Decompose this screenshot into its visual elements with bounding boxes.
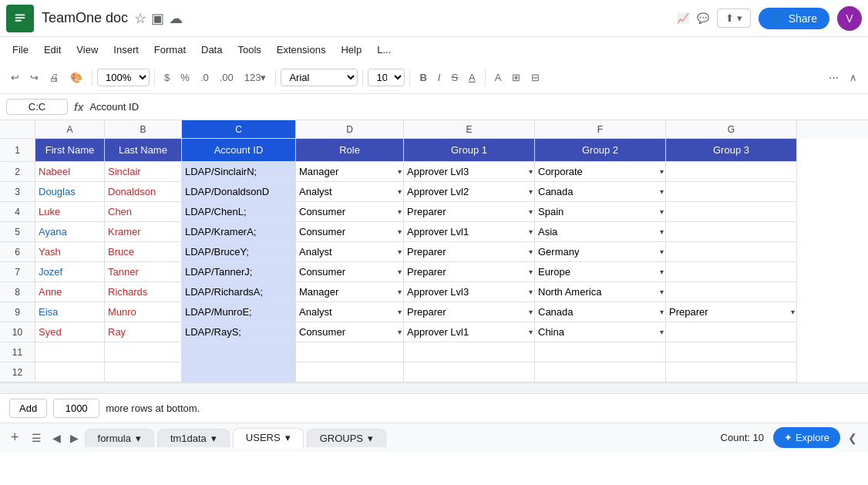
cell-role[interactable]: [296, 342, 404, 362]
cell-lastname[interactable]: Sinclair: [105, 162, 182, 182]
cell-group3[interactable]: [666, 202, 797, 222]
col-header-g[interactable]: G: [666, 120, 797, 139]
cell-group3[interactable]: [666, 322, 797, 342]
decimal-inc-button[interactable]: .00: [215, 69, 238, 86]
bold-button[interactable]: B: [415, 69, 431, 86]
percent-button[interactable]: %: [176, 69, 194, 86]
row-number[interactable]: 4: [0, 202, 35, 222]
cell-group1[interactable]: Preparer▾: [404, 302, 535, 322]
cell-role[interactable]: Manager▾: [296, 162, 404, 182]
cell-reference-input[interactable]: [6, 99, 68, 115]
header-group1[interactable]: Group 1: [404, 139, 535, 162]
cell-group1[interactable]: [404, 362, 535, 382]
cell-group2[interactable]: Spain▾: [535, 202, 666, 222]
cell-accountid[interactable]: LDAP/BruceY;: [182, 242, 296, 262]
col-header-f[interactable]: F: [535, 120, 666, 139]
fill-color-button[interactable]: A: [490, 69, 506, 86]
cell-firstname[interactable]: Luke: [35, 202, 105, 222]
cell-group2[interactable]: Asia▾: [535, 222, 666, 242]
cell-group1[interactable]: Approver Lvl3▾: [404, 162, 535, 182]
star-icon[interactable]: ☆: [134, 10, 146, 27]
decimal-dec-button[interactable]: .0: [196, 69, 214, 86]
cell-lastname[interactable]: Munro: [105, 302, 182, 322]
horizontal-scrollbar[interactable]: [0, 382, 868, 393]
sheet-list-button[interactable]: ☰: [27, 430, 46, 446]
cell-firstname[interactable]: Douglas: [35, 182, 105, 202]
row-number[interactable]: 12: [0, 362, 35, 382]
share-button[interactable]: 👤 Share: [759, 8, 829, 29]
cell-group1[interactable]: Approver Lvl1▾: [404, 222, 535, 242]
cell-accountid[interactable]: LDAP/TannerJ;: [182, 262, 296, 282]
cell-group3[interactable]: [666, 282, 797, 302]
cell-group2[interactable]: [535, 362, 666, 382]
menu-edit[interactable]: Edit: [38, 41, 67, 59]
menu-view[interactable]: View: [70, 41, 104, 59]
cell-accountid[interactable]: LDAP/RichardsA;: [182, 282, 296, 302]
cell-firstname[interactable]: Eisa: [35, 302, 105, 322]
borders-button[interactable]: ⊞: [507, 69, 525, 86]
col-header-a[interactable]: A: [35, 120, 105, 139]
cell-group3[interactable]: Preparer▾: [666, 302, 797, 322]
cell-group3[interactable]: [666, 162, 797, 182]
row-number[interactable]: 9: [0, 302, 35, 322]
tab-groups-arrow[interactable]: ▾: [368, 433, 373, 444]
cell-role[interactable]: Consumer▾: [296, 222, 404, 242]
cell-accountid[interactable]: LDAP/ChenL;: [182, 202, 296, 222]
cell-group2[interactable]: Corporate▾: [535, 162, 666, 182]
cell-role[interactable]: Analyst▾: [296, 182, 404, 202]
tab-tm1data-arrow[interactable]: ▾: [211, 433, 217, 444]
undo-button[interactable]: ↩: [6, 69, 24, 86]
cell-group2[interactable]: Canada▾: [535, 182, 666, 202]
menu-format[interactable]: Format: [148, 41, 192, 59]
col-header-c[interactable]: C: [182, 120, 296, 139]
tab-right-arrow[interactable]: ▶: [67, 430, 82, 446]
header-group2[interactable]: Group 2: [535, 139, 666, 162]
cell-role[interactable]: Manager▾: [296, 282, 404, 302]
cell-firstname[interactable]: Ayana: [35, 222, 105, 242]
cell-firstname[interactable]: Jozef: [35, 262, 105, 282]
italic-button[interactable]: I: [433, 69, 446, 86]
row-number[interactable]: 1: [0, 139, 35, 162]
menu-insert[interactable]: Insert: [107, 41, 145, 59]
explore-button[interactable]: ✦ Explore: [773, 427, 840, 448]
cell-group2[interactable]: Germany▾: [535, 242, 666, 262]
cell-lastname[interactable]: Ray: [105, 322, 182, 342]
cell-group2[interactable]: [535, 342, 666, 362]
tab-groups[interactable]: GROUPS ▾: [307, 429, 386, 447]
cell-lastname[interactable]: [105, 342, 182, 362]
menu-file[interactable]: File: [6, 41, 35, 59]
header-firstname[interactable]: First Name: [35, 139, 105, 162]
row-number[interactable]: 3: [0, 182, 35, 202]
cell-group3[interactable]: [666, 262, 797, 282]
collapse-panel-button[interactable]: ❮: [843, 430, 862, 446]
cell-group1[interactable]: Approver Lvl1▾: [404, 322, 535, 342]
cell-group3[interactable]: [666, 242, 797, 262]
cell-group3[interactable]: [666, 362, 797, 382]
header-lastname[interactable]: Last Name: [105, 139, 182, 162]
header-group3[interactable]: Group 3: [666, 139, 797, 162]
user-avatar[interactable]: V: [837, 6, 862, 31]
chart-icon[interactable]: 📈: [677, 12, 689, 24]
cell-lastname[interactable]: [105, 362, 182, 382]
header-accountid[interactable]: Account ID: [182, 139, 296, 162]
cell-role[interactable]: Analyst▾: [296, 302, 404, 322]
cell-group2[interactable]: North America▾: [535, 282, 666, 302]
cell-group2[interactable]: Europe▾: [535, 262, 666, 282]
more-button[interactable]: ⋯: [824, 69, 843, 86]
font-size-select[interactable]: 10: [368, 69, 405, 86]
row-number[interactable]: 5: [0, 222, 35, 242]
tab-left-arrow[interactable]: ◀: [49, 430, 64, 446]
cell-role[interactable]: Consumer▾: [296, 322, 404, 342]
cell-firstname[interactable]: Anne: [35, 282, 105, 302]
cell-group1[interactable]: Preparer▾: [404, 262, 535, 282]
print-button[interactable]: 🖨: [45, 69, 64, 86]
cell-firstname[interactable]: Syed: [35, 322, 105, 342]
menu-data[interactable]: Data: [195, 41, 228, 59]
format-number-button[interactable]: 123▾: [240, 69, 271, 86]
cell-accountid[interactable]: LDAP/MunroE;: [182, 302, 296, 322]
cell-group1[interactable]: Preparer▾: [404, 242, 535, 262]
cell-firstname[interactable]: Nabeel: [35, 162, 105, 182]
cell-role[interactable]: Consumer▾: [296, 202, 404, 222]
row-number[interactable]: 2: [0, 162, 35, 182]
tab-formula-arrow[interactable]: ▾: [136, 433, 141, 444]
